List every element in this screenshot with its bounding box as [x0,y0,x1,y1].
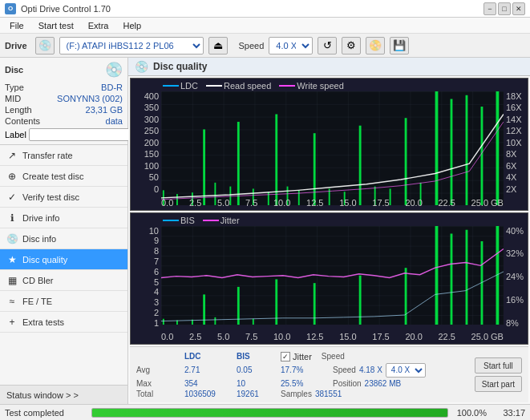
disc-quality-header-icon: 💿 [135,60,148,73]
content-area: 💿 Disc quality LDC Read speed [128,58,530,404]
avg-jitter: 17.7% [281,365,333,374]
nav-items: ↗ Transfer rate ⊕ Create test disc ✓ Ver… [0,145,127,385]
max-ldc: 354 [184,379,237,388]
status-percent: 100.0% [455,408,487,418]
start-full-button[interactable]: Start full [475,357,522,374]
stats-headers: LDC BIS ✓ Jitter Speed [136,352,470,361]
jitter-checkbox-area[interactable]: ✓ Jitter [281,352,312,361]
eject-button[interactable]: ⏏ [208,37,228,55]
disc-panel: Disc 💿 Type BD-R MID SONYNN3 (002) Lengt… [0,58,127,145]
stats-max-row: Max 354 10 25.5% Position 23862 MB [136,379,470,388]
bis-header: BIS [237,352,281,361]
svg-rect-40 [435,226,439,325]
sidebar-item-extra-tests[interactable]: + Extra tests [0,312,127,333]
refresh-button[interactable]: ↺ [318,37,337,55]
sidebar-item-verify-test-disc[interactable]: ✓ Verify test disc [0,187,127,208]
jitter-checkbox[interactable]: ✓ [281,352,290,361]
position-label: Position [333,379,362,388]
menu-bar: File Start test Extra Help [0,18,530,34]
minimize-button[interactable]: − [483,2,496,15]
drive-label: Drive [5,41,27,50]
jitter-legend-item: Jitter [203,216,240,225]
sidebar-item-fe-te[interactable]: ≈ FE / TE [0,291,127,312]
media-button[interactable]: 📀 [366,37,385,55]
status-window-button[interactable]: Status window > > [0,385,127,404]
svg-rect-33 [214,317,216,324]
sidebar-item-label: Drive info [22,213,59,223]
ldc-legend-item: LDC [163,81,198,91]
close-button[interactable]: ✕ [512,2,525,15]
chart1-y-axis-left: 400 350 300 250 200 150 100 50 0 [131,91,161,194]
menu-start-test[interactable]: Start test [32,19,80,32]
total-ldc: 1036509 [184,390,237,398]
max-jitter: 25.5% [281,379,333,388]
sidebar-item-disc-quality[interactable]: ★ Disc quality [0,249,127,270]
avg-label: Avg [136,365,184,374]
progress-bar-fill [92,409,447,417]
disc-type-row: Type BD-R [5,82,123,93]
disc-title: Disc [5,65,23,75]
status-window-label: Status window > > [6,390,79,400]
disc-length-label: Length [5,105,32,115]
disc-panel-header: Disc 💿 [5,61,123,79]
chart1-legend: LDC Read speed Write speed [163,81,344,91]
read-speed-legend-color [206,85,222,87]
total-bis: 19261 [237,390,281,398]
title-bar: O Opti Drive Control 1.70 − □ ✕ [0,0,530,18]
disc-label-row: Label ✎ [5,128,123,141]
write-speed-legend-label: Write speed [297,81,344,91]
title-bar-left: O Opti Drive Control 1.70 [5,3,111,14]
svg-rect-29 [163,318,164,325]
status-bar: Test completed 100.0% 33:17 [0,404,530,420]
disc-contents-value: data [106,116,123,126]
speed-header: Speed [322,352,345,361]
main-layout: Disc 💿 Type BD-R MID SONYNN3 (002) Lengt… [0,58,530,404]
charts-container: LDC Read speed Write speed 400 350 30 [128,76,530,404]
disc-type-label: Type [5,83,24,92]
drive-bar: Drive 💿 (F:) ATAPI iHBS112 2 PL06 ⏏ Spee… [0,34,530,58]
sidebar-item-label: FE / TE [22,297,52,306]
svg-rect-25 [481,107,483,205]
stats-total-row: Total 1036509 19261 Samples 381551 [136,390,470,398]
stats-data: LDC BIS ✓ Jitter Speed Avg 2.71 0.05 17.… [136,352,470,398]
ldc-chart: LDC Read speed Write speed 400 350 30 [130,78,528,211]
sidebar-item-create-test-disc[interactable]: ⊕ Create test disc [0,166,127,187]
progress-bar-container [91,408,448,418]
jitter-legend-label: Jitter [220,216,240,225]
disc-length-row: Length 23,31 GB [5,104,123,115]
svg-rect-39 [405,268,407,325]
sidebar-item-cd-bler[interactable]: ▦ CD Bler [0,270,127,291]
menu-file[interactable]: File [3,19,30,32]
settings-button[interactable]: ⚙ [342,37,361,55]
ldc-legend-color [163,85,179,87]
svg-rect-5 [203,129,205,205]
avg-bis: 0.05 [237,365,281,374]
sidebar-item-transfer-rate[interactable]: ↗ Transfer rate [0,145,127,166]
sidebar-item-label: Disc quality [22,255,67,265]
drive-select[interactable]: (F:) ATAPI iHBS112 2 PL06 [59,37,204,55]
svg-rect-26 [496,91,500,205]
app-title: Opti Drive Control 1.70 [21,4,111,14]
title-bar-buttons: − □ ✕ [483,2,525,15]
menu-extra[interactable]: Extra [82,19,115,32]
menu-help[interactable]: Help [116,19,148,32]
disc-label-input[interactable] [29,128,136,141]
sidebar-item-label: Disc info [22,234,56,244]
svg-rect-38 [359,275,362,325]
save-button[interactable]: 💾 [390,37,409,55]
app-icon: O [5,3,16,14]
sidebar-item-drive-info[interactable]: ℹ Drive info [0,208,127,228]
read-speed-legend-label: Read speed [224,81,271,91]
maximize-button[interactable]: □ [498,2,511,15]
start-part-button[interactable]: Start part [475,376,522,392]
svg-rect-8 [237,122,240,205]
speed-select2[interactable]: 4.0 X 2.0 X [386,363,426,378]
speed-select[interactable]: 4.0 X 2.0 X 8.0 X [269,37,313,55]
disc-contents-row: Contents data [5,115,123,127]
chart1-x-axis: 0.0 2.5 5.0 7.5 10.0 12.5 15.0 17.5 20.0… [161,198,504,208]
disc-quality-icon: ★ [6,254,18,265]
stats-row: LDC BIS ✓ Jitter Speed Avg 2.71 0.05 17.… [130,346,528,402]
sidebar-item-disc-info[interactable]: 💿 Disc info [0,228,127,249]
chart2-x-axis: 0.0 2.5 5.0 7.5 10.0 12.5 15.0 17.5 20.0… [161,332,504,341]
sidebar: Disc 💿 Type BD-R MID SONYNN3 (002) Lengt… [0,58,128,404]
